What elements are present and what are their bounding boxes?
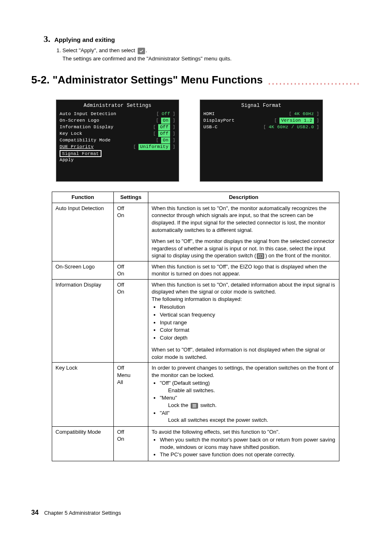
cell-description: When this function is set to "On", the m…	[148, 203, 339, 261]
table-row: Compatibility ModeOffOnTo avoid the foll…	[52, 426, 339, 461]
osd-right-title: Signal Format	[203, 102, 319, 109]
desc-para: In order to prevent changes to settings,…	[152, 364, 336, 379]
osd-row-value: On	[161, 118, 170, 124]
chapter-label: Chapter 5 Administrator Settings	[44, 510, 121, 516]
osd-row-value: 4K 60Hz	[294, 111, 314, 117]
bullet-item: Color depth	[160, 334, 336, 342]
step-heading: 3. Applying and exiting	[44, 33, 361, 45]
osd-apply-row: Apply	[60, 157, 175, 164]
th-function: Function	[52, 192, 114, 203]
osd-row-label: DisplayPort	[203, 118, 235, 124]
osd-left-panel: Administrator Settings Auto Input Detect…	[56, 99, 179, 182]
menu-icon	[191, 403, 198, 409]
settings-option: All	[117, 379, 145, 386]
cell-function: Compatibility Mode	[52, 426, 114, 461]
cell-description: When this function is set to "On", detai…	[148, 279, 339, 362]
settings-option: On	[117, 212, 145, 219]
description-block: When this function is set to "On", the m…	[152, 205, 336, 259]
cell-settings: OffOn	[114, 203, 148, 261]
bullet-item: Resolution	[160, 303, 336, 311]
osd-row: HDMI[4K 60Hz]	[203, 111, 319, 118]
osd-row-label: Information Display	[60, 124, 113, 130]
desc-para: To avoid the following effects, set this…	[152, 428, 336, 436]
check-icon	[138, 48, 145, 54]
settings-option: Off	[117, 364, 145, 372]
step-title: Applying and exiting	[54, 36, 115, 43]
desc-para: When this function is set to "On", detai…	[152, 281, 336, 296]
osd-row-value: Version 1.2	[279, 118, 314, 124]
desc-para: When set to "Off", detailed information …	[152, 346, 336, 361]
table-row: Information DisplayOffOnWhen this functi…	[52, 279, 339, 362]
settings-option: On	[117, 288, 145, 296]
desc-para: When this function is set to "On", the m…	[152, 205, 336, 234]
step-sub-text-a: Select "Apply", and then select	[62, 47, 137, 53]
step-sub-desc: The settings are confirmed and the "Admi…	[62, 55, 361, 62]
desc-para: When set to "Off", the monitor displays …	[152, 238, 336, 259]
table-row: On-Screen LogoOffOnWhen this function is…	[52, 261, 339, 279]
osd-row-label: Key Lock	[60, 131, 82, 137]
osd-row-value: Off	[161, 111, 170, 117]
osd-row-label: HDMI	[203, 111, 215, 117]
osd-row-value: 4K 60Hz / USB2.0	[269, 124, 314, 130]
cell-settings: OffOn	[114, 426, 148, 461]
step-sublist: Select "Apply", and then select .	[53, 47, 361, 54]
desc-para: When this function is set to "Off", the …	[152, 263, 336, 278]
osd-row: DUE Priority[Uniformity]	[60, 144, 175, 150]
osd-selected-item: Signal Format	[60, 150, 101, 157]
cell-settings: OffOn	[114, 261, 148, 279]
osd-row-label: Compatibility Mode	[60, 137, 111, 143]
functions-table: Function Settings Description Auto Input…	[52, 192, 339, 461]
info-bullets: ResolutionVertical scan frequencyInput r…	[160, 303, 336, 341]
description-block: To avoid the following effects, set this…	[152, 428, 336, 458]
input-source-icon	[257, 253, 264, 259]
settings-option: Off	[117, 263, 145, 271]
osd-row: Compatibility Mode[On]	[60, 137, 175, 144]
osd-row-value: Uniformity	[138, 144, 170, 150]
osd-row: Information Display[Off]	[60, 124, 175, 131]
osd-right-panel: Signal Format HDMI[4K 60Hz]DisplayPort[V…	[200, 99, 323, 182]
settings-option: On	[117, 435, 145, 443]
settings-option: Menu	[117, 372, 145, 379]
osd-row-label: On-Screen Logo	[60, 118, 99, 124]
desc-para: The following information is displayed:	[152, 296, 336, 303]
th-description: Description	[148, 192, 339, 203]
decorative-dots	[267, 83, 361, 85]
description-block: When this function is set to "Off", the …	[152, 263, 336, 278]
bullet-item: Input range	[160, 319, 336, 326]
table-row: Auto Input DetectionOffOnWhen this funct…	[52, 203, 339, 261]
cell-function: Key Lock	[52, 363, 114, 426]
osd-row-value: Off	[158, 124, 170, 130]
bullet-sub: Lock the switch.	[168, 402, 336, 409]
bullet-item: "All"Lock all switches except the power …	[160, 409, 336, 424]
bullet-sub: Lock all switches except the power switc…	[168, 416, 336, 424]
bullet-item: Color format	[160, 326, 336, 334]
bullet-item: The PC's power save function does not op…	[160, 451, 336, 458]
page-number: 34	[31, 509, 39, 516]
bullet-item: "Menu"Lock the switch.	[160, 394, 336, 409]
cell-description: When this function is set to "Off", the …	[148, 261, 339, 279]
step-sub-text-b: .	[146, 47, 148, 53]
cell-function: Information Display	[52, 279, 114, 362]
table-header-row: Function Settings Description	[52, 192, 339, 203]
osd-row: On-Screen Logo[On]	[60, 118, 175, 124]
description-block: In order to prevent changes to settings,…	[152, 364, 336, 423]
cell-description: In order to prevent changes to settings,…	[148, 363, 339, 426]
section-title: 5-2. "Administrator Settings" Menu Funct…	[31, 73, 263, 87]
osd-row-label: DUE Priority	[60, 144, 94, 150]
settings-option: Off	[117, 281, 145, 289]
osd-row: DisplayPort[Version 1.2]	[203, 118, 319, 124]
bullet-item: Vertical scan frequency	[160, 311, 336, 319]
osd-row: Auto Input Detection[Off]	[60, 111, 175, 118]
cell-settings: OffMenuAll	[114, 363, 148, 426]
osd-panels: Administrator Settings Auto Input Detect…	[56, 99, 361, 182]
compat-bullets: When you switch the monitor's power back…	[160, 436, 336, 458]
cell-function: On-Screen Logo	[52, 261, 114, 279]
osd-signal-format-row: Signal Format	[60, 150, 175, 157]
keylock-list: "Off" (Default setting)Enable all switch…	[160, 379, 336, 423]
settings-option: Off	[117, 428, 145, 436]
osd-left-title: Administrator Settings	[60, 102, 175, 109]
description-block: When this function is set to "On", detai…	[152, 281, 336, 361]
bullet-item: "Off" (Default setting)Enable all switch…	[160, 379, 336, 394]
osd-row-value: On	[161, 137, 170, 143]
table-row: Key LockOffMenuAllIn order to prevent ch…	[52, 363, 339, 426]
